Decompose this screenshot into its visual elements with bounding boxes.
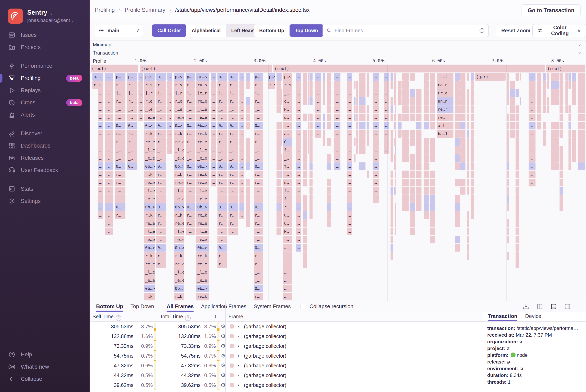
- flame-frame-[interactable]: _…: [254, 114, 263, 121]
- flame-frame-le[interactable]: _l…e: [174, 146, 184, 154]
- flame-frame-0b[interactable]: 0b…>: [174, 284, 184, 292]
- flame-frame[interactable]: [572, 130, 576, 138]
- sidebar-item-issues[interactable]: Issues: [0, 29, 90, 41]
- flame-frame-[interactable]: _…: [127, 146, 137, 154]
- flame-frame-[interactable]: …: [105, 203, 113, 211]
- flame-frame-r[interactable]: r…: [254, 179, 263, 186]
- flame-frame[interactable]: [460, 130, 465, 138]
- flame-frame-[interactable]: _…: [156, 106, 166, 113]
- flame-frame-[interactable]: …: [528, 97, 535, 105]
- flame-frame-rer[interactable]: re…r: [437, 106, 453, 113]
- go-to-transaction-button[interactable]: Go to Transaction: [521, 4, 581, 16]
- flame-frame-a[interactable]: a…: [283, 130, 292, 138]
- flame-frame-[interactable]: …: [98, 106, 103, 113]
- flame-frame-[interactable]: …: [105, 228, 113, 235]
- flame-frame-[interactable]: …: [105, 114, 113, 121]
- flame-frame-jr[interactable]: j…r: [174, 89, 184, 97]
- flame-frame[interactable]: [309, 73, 313, 80]
- flame-frame-r[interactable]: r…: [156, 211, 166, 219]
- flame-frame-0[interactable]: 0…: [186, 122, 195, 130]
- flame-frame-r[interactable]: r…: [283, 203, 292, 211]
- flame-frame-[interactable]: …: [98, 211, 103, 219]
- flame-frame[interactable]: [303, 203, 307, 211]
- flame-frame-[interactable]: …: [105, 89, 113, 97]
- flame-frame[interactable]: [410, 162, 415, 170]
- flame-frame-[interactable]: …: [239, 130, 244, 138]
- flame-frame-[interactable]: …: [98, 89, 103, 97]
- flame-frame[interactable]: [308, 146, 309, 154]
- flame-frame-0[interactable]: 0…: [254, 203, 263, 211]
- flame-frame[interactable]: [507, 122, 509, 130]
- flame-frame[interactable]: [246, 162, 250, 170]
- flame-frame[interactable]: [510, 81, 515, 89]
- flame-frame[interactable]: [281, 122, 282, 130]
- flame-frame[interactable]: [390, 73, 393, 80]
- flame-frame[interactable]: [390, 195, 393, 203]
- flame-frame-r[interactable]: r…: [254, 260, 263, 268]
- flame-frame-[interactable]: _…: [254, 187, 263, 194]
- flame-frame-[interactable]: …: [239, 89, 244, 97]
- flame-frame[interactable]: [395, 170, 396, 178]
- flame-frame[interactable]: [551, 154, 559, 162]
- flame-frame-[interactable]: …: [211, 179, 216, 186]
- sidebar-item-collapse[interactable]: Collapse: [0, 373, 90, 385]
- flame-frame[interactable]: [551, 122, 559, 130]
- flame-frame-[interactable]: …: [98, 179, 103, 186]
- transaction-row[interactable]: Transaction ∨: [90, 49, 586, 57]
- flame-frame[interactable]: [323, 89, 325, 97]
- breadcrumb-profile-summary[interactable]: Profile Summary: [125, 7, 165, 13]
- flame-frame-[interactable]: …: [98, 146, 103, 154]
- flame-frame-0[interactable]: 0…: [217, 162, 227, 170]
- flame-frame-[interactable]: _…: [186, 114, 195, 121]
- flame-frame-[interactable]: _…: [156, 114, 166, 121]
- flame-frame-[interactable]: …: [139, 81, 143, 89]
- flame-frame-0[interactable]: 0…: [115, 122, 125, 130]
- flame-frame-e[interactable]: _…e: [174, 106, 184, 113]
- flame-frame[interactable]: [390, 236, 393, 244]
- flame-frame-ee[interactable]: _e…e: [196, 195, 209, 203]
- flame-frame-[interactable]: _…: [186, 195, 195, 203]
- flame-frame[interactable]: [510, 106, 515, 113]
- flame-frame[interactable]: [551, 138, 559, 146]
- flame-frame[interactable]: [367, 81, 369, 89]
- flame-frame[interactable]: [309, 203, 313, 211]
- flame-frame[interactable]: [416, 162, 421, 170]
- flame-frame[interactable]: [471, 130, 474, 138]
- flame-frame-rus[interactable]: ru…s: [196, 81, 209, 89]
- direction-tab-top-down[interactable]: Top Down: [290, 24, 323, 37]
- flame-frame[interactable]: [424, 106, 429, 113]
- flame-frame-u[interactable]: u…: [283, 114, 292, 121]
- flame-frame[interactable]: [507, 228, 509, 235]
- flame-frame[interactable]: [520, 73, 521, 80]
- flame-frame[interactable]: [402, 81, 409, 89]
- flame-frame[interactable]: [507, 195, 509, 203]
- flame-frame-[interactable]: …: [373, 122, 379, 130]
- flame-frame[interactable]: [515, 162, 519, 170]
- flame-frame[interactable]: [327, 138, 331, 146]
- flame-frame[interactable]: [309, 170, 313, 178]
- flame-frame-r[interactable]: r…: [283, 170, 292, 178]
- flame-frame-[interactable]: …: [296, 236, 301, 244]
- flame-frame[interactable]: [424, 195, 429, 203]
- flame-frame-r[interactable]: r…: [254, 81, 263, 89]
- flame-frame[interactable]: [354, 106, 355, 113]
- flame-frame[interactable]: [395, 187, 396, 194]
- flame-frame-r[interactable]: r…: [115, 211, 125, 219]
- flame-frame-[interactable]: …: [296, 211, 301, 219]
- flame-frame-[interactable]: _…: [217, 236, 227, 244]
- flame-frame-ree[interactable]: re…e: [196, 179, 209, 186]
- flame-frame[interactable]: [359, 162, 365, 170]
- total-time-header[interactable]: Total Time?: [160, 314, 191, 321]
- flame-frame[interactable]: [416, 130, 421, 138]
- flame-frame-ee[interactable]: _e…e: [174, 236, 184, 244]
- flame-frame[interactable]: [359, 114, 365, 121]
- flame-frame-[interactable]: …: [239, 154, 244, 162]
- flame-frame-[interactable]: …: [167, 97, 172, 105]
- flame-frame-r[interactable]: r…: [127, 138, 137, 146]
- flame-frame[interactable]: [537, 106, 541, 113]
- flame-frame-[interactable]: _…: [283, 89, 292, 97]
- flame-frame-[interactable]: …: [334, 89, 340, 97]
- flame-frame-[interactable]: …: [347, 154, 352, 162]
- sidebar-item-what-s-new[interactable]: What's new: [0, 361, 90, 373]
- flame-frame[interactable]: [303, 211, 307, 219]
